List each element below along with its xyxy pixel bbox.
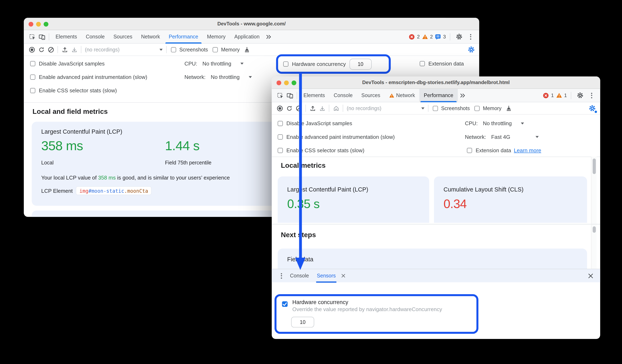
tab-performance-active[interactable]: Performance — [419, 89, 458, 102]
screenshots-toggle[interactable]: Screenshots — [433, 105, 470, 111]
hardware-concurrency-checkbox-checked[interactable] — [282, 301, 288, 307]
memory-checkbox[interactable] — [213, 47, 218, 52]
device-toolbar-icon[interactable] — [37, 32, 47, 41]
minimize-window-button[interactable] — [36, 22, 41, 27]
gc-broom-icon[interactable] — [504, 104, 513, 113]
clear-icon[interactable] — [294, 104, 303, 113]
disable-js-checkbox[interactable] — [30, 61, 35, 66]
extension-data-checkbox[interactable] — [467, 148, 472, 153]
error-badge-icon[interactable] — [543, 91, 549, 100]
recordings-select[interactable]: (no recordings) — [347, 105, 424, 111]
recordings-select[interactable]: (no recordings) — [85, 46, 163, 53]
drawer-tab-console[interactable]: Console — [286, 269, 313, 282]
close-sensors-tab-icon[interactable] — [340, 271, 347, 281]
cpu-throttle-select[interactable]: CPU: No throttling — [465, 117, 524, 129]
minimize-window-button[interactable] — [284, 81, 289, 85]
upload-profile-icon[interactable] — [60, 45, 69, 54]
drawer-menu-icon[interactable] — [277, 271, 286, 281]
close-drawer-icon[interactable] — [586, 271, 595, 281]
tab-elements[interactable]: Elements — [299, 89, 329, 102]
cpu-throttle-select[interactable]: CPU: No throttling — [184, 57, 244, 69]
scrollbar[interactable] — [591, 157, 597, 269]
capture-settings-gear-icon[interactable] — [466, 45, 476, 54]
tab-console[interactable]: Console — [81, 30, 109, 43]
option-paint-instrumentation[interactable]: Enable advanced paint instrumentation (s… — [278, 131, 395, 143]
download-profile-icon[interactable] — [317, 104, 327, 113]
scrollbar-thumb[interactable] — [593, 226, 596, 233]
hardware-concurrency-checkbox[interactable] — [283, 61, 288, 67]
settings-gear-icon[interactable] — [454, 32, 464, 41]
learn-more-link[interactable]: Learn more — [514, 147, 541, 153]
inspect-element-icon[interactable] — [276, 91, 285, 100]
option-disable-js[interactable]: Disable JavaScript samples — [278, 117, 352, 129]
network-throttle-select[interactable]: Network: Fast 4G — [465, 131, 539, 143]
gc-broom-icon[interactable] — [242, 45, 252, 54]
close-window-button[interactable] — [277, 81, 281, 85]
hardware-concurrency-input[interactable] — [349, 58, 371, 70]
css-selector-stats-checkbox[interactable] — [30, 88, 35, 93]
device-toolbar-icon[interactable] — [285, 91, 295, 100]
window-title: DevTools - emscripten-dbg-stories.netlif… — [362, 80, 510, 85]
settings-gear-icon[interactable] — [575, 91, 585, 100]
divider — [272, 157, 600, 157]
tab-network[interactable]: Network — [385, 89, 419, 102]
screenshots-checkbox[interactable] — [171, 47, 176, 52]
error-badge-icon[interactable] — [409, 32, 415, 41]
inspect-element-icon[interactable] — [28, 32, 37, 41]
option-css-selector-stats[interactable]: Enable CSS selector stats (slow) — [30, 85, 117, 96]
more-tabs-icon[interactable] — [264, 32, 273, 41]
reload-record-icon[interactable] — [37, 45, 46, 54]
memory-toggle[interactable]: Memory — [213, 46, 240, 53]
option-extension-data[interactable]: Extension data — [420, 57, 464, 69]
memory-checkbox[interactable] — [475, 106, 480, 111]
hardware-concurrency-highlight: Hardware concurrency — [276, 54, 391, 74]
option-paint-instrumentation[interactable]: Enable advanced paint instrumentation (s… — [30, 71, 147, 83]
screenshots-checkbox[interactable] — [433, 106, 438, 111]
paint-instrumentation-checkbox[interactable] — [278, 134, 283, 139]
record-icon[interactable] — [27, 45, 36, 54]
divider — [297, 92, 297, 99]
warning-badge-icon[interactable] — [556, 91, 562, 100]
tab-memory[interactable]: Memory — [203, 30, 230, 43]
disable-js-checkbox[interactable] — [278, 121, 283, 126]
close-window-button[interactable] — [29, 22, 33, 27]
upload-profile-icon[interactable] — [308, 104, 317, 113]
memory-toggle[interactable]: Memory — [475, 105, 502, 111]
record-icon[interactable] — [275, 104, 284, 113]
option-css-selector-stats[interactable]: Enable CSS selector stats (slow) — [278, 145, 364, 156]
paint-instrumentation-checkbox[interactable] — [30, 74, 35, 80]
warning-badge-icon[interactable] — [422, 32, 428, 41]
more-tabs-icon[interactable] — [458, 91, 467, 100]
tab-sources[interactable]: Sources — [109, 30, 137, 43]
zoom-window-button[interactable] — [292, 81, 296, 85]
screenshots-toggle[interactable]: Screenshots — [171, 46, 208, 53]
tab-console[interactable]: Console — [329, 89, 357, 102]
zoom-window-button[interactable] — [44, 22, 48, 27]
option-disable-js[interactable]: Disable JavaScript samples — [30, 57, 105, 69]
tab-network[interactable]: Network — [137, 30, 164, 43]
more-options-icon[interactable] — [466, 32, 475, 41]
hardware-concurrency-input[interactable] — [291, 317, 314, 328]
messages-badge-icon[interactable] — [435, 32, 441, 41]
scrollbar-thumb[interactable] — [593, 159, 596, 174]
more-options-icon[interactable] — [587, 91, 596, 100]
divider — [306, 105, 306, 112]
lcp-element-link[interactable]: img#moon-static.moonCta — [76, 187, 151, 195]
home-icon[interactable] — [331, 104, 341, 113]
titlebar[interactable]: DevTools - www.google.com/ — [24, 18, 479, 30]
tab-performance-active[interactable]: Performance — [164, 30, 203, 43]
css-selector-stats-checkbox[interactable] — [278, 148, 283, 153]
tab-application[interactable]: Application — [230, 30, 264, 43]
option-extension-data[interactable]: Extension data Learn more — [467, 145, 541, 156]
reload-record-icon[interactable] — [284, 104, 294, 113]
titlebar[interactable]: DevTools - emscripten-dbg-stories.netlif… — [272, 76, 600, 89]
tab-sources[interactable]: Sources — [357, 89, 385, 102]
tab-elements[interactable]: Elements — [51, 30, 81, 43]
chevron-down-icon — [240, 62, 244, 64]
clear-icon[interactable] — [46, 45, 56, 54]
network-throttle-select[interactable]: Network: No throttling — [184, 71, 252, 83]
extension-data-checkbox[interactable] — [420, 61, 425, 66]
drawer-tab-sensors-active[interactable]: Sensors — [313, 269, 340, 282]
capture-settings-gear-icon[interactable] — [587, 104, 597, 113]
download-profile-icon[interactable] — [69, 45, 79, 54]
